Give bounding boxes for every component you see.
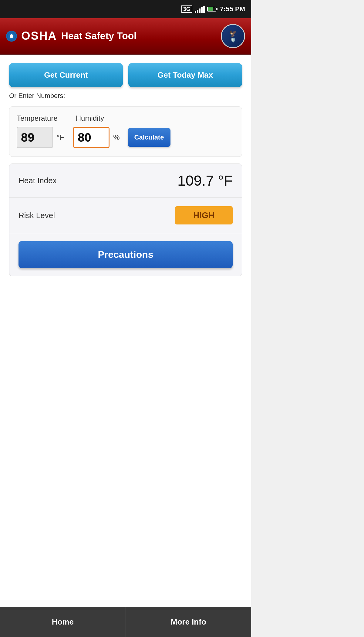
humidity-input[interactable] [73, 127, 110, 148]
signal-bar-3 [199, 8, 201, 13]
calculate-button[interactable]: Calculate [128, 128, 171, 147]
top-button-row: Get Current Get Today Max [9, 63, 242, 87]
shield-icon: 🛡️ [231, 38, 236, 42]
input-labels-row: Temperature Humidity [17, 114, 234, 123]
heat-index-row: Heat Index 109.7 °F [9, 164, 242, 198]
humidity-unit: % [113, 133, 120, 142]
eagle-icon: 🦅 [229, 30, 237, 37]
temperature-label: Temperature [17, 114, 58, 123]
risk-level-label: Risk Level [19, 211, 79, 220]
signal-bars [195, 5, 205, 13]
battery-body [207, 7, 216, 12]
temperature-unit: °F [57, 133, 64, 142]
precautions-button[interactable]: Precautions [19, 241, 233, 268]
humidity-label: Humidity [76, 114, 104, 123]
bottom-nav: Home More Info [0, 607, 251, 637]
osha-text: OSHA [21, 29, 57, 42]
battery-fill [208, 7, 213, 11]
signal-bar-5 [203, 6, 205, 13]
osha-circle-icon [6, 31, 17, 42]
signal-bar-2 [197, 10, 198, 13]
precautions-row: Precautions [9, 233, 242, 276]
enter-numbers-label: Or Enter Numbers: [9, 92, 242, 100]
heat-index-label: Heat Index [19, 176, 79, 185]
nav-more-info[interactable]: More Info [126, 607, 251, 637]
home-label: Home [52, 617, 74, 627]
network-indicator: 3G [181, 5, 192, 13]
time-display: 7:55 PM [220, 5, 245, 13]
signal-bar-1 [195, 11, 196, 13]
input-fields-row: °F % Calculate [17, 127, 234, 148]
results-card: Heat Index 109.7 °F Risk Level HIGH Prec… [9, 163, 242, 276]
battery-icon [207, 7, 217, 12]
risk-level-badge: HIGH [175, 206, 233, 224]
heat-index-value: 109.7 °F [177, 172, 233, 189]
risk-level-row: Risk Level HIGH [9, 198, 242, 233]
more-info-label: More Info [171, 617, 206, 627]
main-content: Get Current Get Today Max Or Enter Numbe… [0, 55, 251, 339]
battery-tip [216, 8, 217, 10]
input-card: Temperature Humidity °F % Calculate [9, 106, 242, 157]
temperature-input[interactable] [17, 127, 53, 148]
badge-inner: 🦅 🛡️ [223, 26, 243, 46]
app-header: OSHA Heat Safety Tool 🦅 🛡️ [0, 18, 251, 55]
osha-badge: 🦅 🛡️ [221, 24, 245, 48]
get-today-max-button[interactable]: Get Today Max [128, 63, 242, 87]
content-spacer [0, 339, 251, 607]
get-current-button[interactable]: Get Current [9, 63, 123, 87]
nav-home[interactable]: Home [0, 607, 126, 637]
status-icons: 3G 7:55 PM [181, 5, 245, 13]
osha-logo-area: OSHA Heat Safety Tool [6, 29, 221, 42]
app-title: Heat Safety Tool [61, 30, 136, 42]
signal-bar-4 [201, 7, 203, 13]
osha-dot [10, 34, 13, 38]
status-bar: 3G 7:55 PM [0, 0, 251, 18]
